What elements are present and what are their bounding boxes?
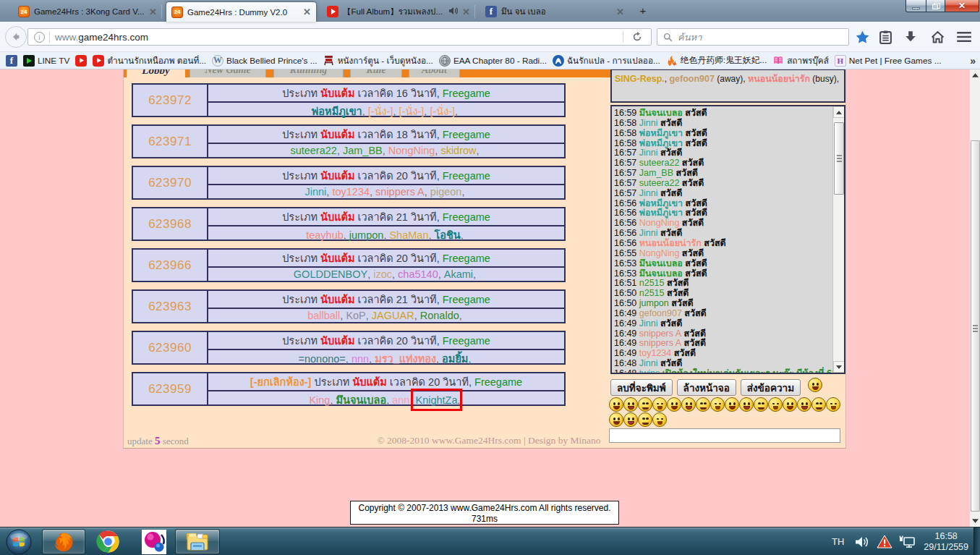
emoticon[interactable] bbox=[623, 397, 638, 412]
bookmarks-menu-button[interactable] bbox=[877, 29, 893, 45]
send-message-button[interactable]: ส่งข้อความ bbox=[741, 379, 801, 396]
downloads-button[interactable] bbox=[903, 29, 919, 45]
bookmark-item-9[interactable]: 绝色丹药师:鬼王妖妃... bbox=[666, 55, 767, 67]
taskbar-chrome-button[interactable] bbox=[93, 529, 123, 554]
site-tab-lobby[interactable]: Lobby bbox=[127, 69, 185, 77]
volume-icon[interactable] bbox=[854, 535, 870, 548]
chat-scroll-up-button[interactable] bbox=[833, 106, 845, 118]
back-button[interactable] bbox=[5, 26, 27, 48]
chat-time: 16:57 bbox=[614, 188, 639, 198]
bookmark-item-5[interactable]: WBlack Bellied Prince's ... bbox=[212, 55, 318, 67]
site-tab-rule[interactable]: Rule bbox=[350, 69, 402, 77]
emoticon[interactable] bbox=[797, 397, 811, 412]
tab-audio-icon[interactable] bbox=[444, 7, 458, 17]
bookmark-item-8[interactable]: ฉันรักแปล - การแปลออ... bbox=[553, 54, 660, 67]
language-indicator[interactable]: TH bbox=[832, 536, 844, 547]
emoticon[interactable] bbox=[696, 397, 710, 412]
url-bar[interactable]: i www.game24hrs.com bbox=[27, 28, 652, 46]
network-icon[interactable] bbox=[899, 535, 916, 548]
taskbar-explorer-button[interactable] bbox=[175, 529, 220, 554]
emoticon[interactable] bbox=[754, 397, 768, 412]
taskbar-media-app-button[interactable] bbox=[139, 529, 169, 554]
taskbar-firefox-button[interactable] bbox=[42, 529, 85, 554]
emoticon[interactable] bbox=[739, 397, 754, 412]
game-room-row[interactable]: 623960ประเภท นับแต้ม เวลาคิด 20 วินาที, … bbox=[132, 331, 566, 365]
emoticon[interactable] bbox=[710, 397, 725, 412]
browser-tab-2[interactable]: 24Game24Hrs : Dummy V2.0✕ bbox=[166, 1, 317, 22]
bookmark-item-11[interactable]: HNet Pet | Free Games ... bbox=[835, 55, 942, 67]
bookmark-item-10[interactable]: สถาพรบุ๊คส์ bbox=[772, 54, 829, 67]
url-text[interactable]: www.game24hrs.com bbox=[55, 32, 148, 43]
chat-scroll-down-button[interactable] bbox=[833, 361, 845, 373]
tab-close-icon[interactable]: ✕ bbox=[616, 7, 624, 17]
page-scroll-up-button[interactable] bbox=[970, 69, 980, 81]
emoticon[interactable] bbox=[652, 397, 667, 412]
new-tab-button[interactable]: + bbox=[634, 4, 652, 18]
game-room-row[interactable]: 623972ประเภท นับแต้ม เวลาคิด 16 วินาที, … bbox=[132, 83, 566, 117]
room-details: ประเภท นับแต้ม เวลาคิด 20 วินาที, Freega… bbox=[208, 250, 564, 281]
home-button[interactable] bbox=[929, 29, 945, 45]
clear-screen-button[interactable]: ล้างหน้าจอ bbox=[677, 379, 736, 396]
chat-scrollbar[interactable] bbox=[832, 106, 844, 373]
page-scrollbar-thumb[interactable] bbox=[971, 140, 980, 512]
game-room-row[interactable]: 623970ประเภท นับแต้ม เวลาคิด 20 วินาที, … bbox=[132, 166, 566, 200]
emoticon[interactable] bbox=[652, 412, 667, 427]
emoticon[interactable] bbox=[609, 397, 623, 412]
emoticon[interactable] bbox=[783, 397, 797, 412]
browser-tab-1[interactable]: 24Game24Hrs : 3Kong Card V...✕ bbox=[13, 1, 162, 22]
tab-close-icon[interactable]: ✕ bbox=[303, 7, 311, 17]
start-button[interactable] bbox=[4, 529, 33, 554]
emoticon[interactable] bbox=[826, 397, 840, 412]
emoticon[interactable] bbox=[811, 397, 826, 412]
bookmark-item-3[interactable] bbox=[75, 55, 87, 67]
bookmark-item-2[interactable]: LINE TV bbox=[23, 55, 69, 67]
browser-tab-3[interactable]: 【Full Album】รวมเพลงป...✕ bbox=[322, 1, 475, 22]
bookmark-item-4[interactable]: ตำนานรักเหนือภพ ตอนที่... bbox=[93, 54, 206, 67]
delete-typed-button[interactable]: ลบที่จะพิมพ์ bbox=[610, 379, 673, 396]
bookmark-item-7[interactable]: EAA Chapter 80 - Radi... bbox=[439, 55, 547, 67]
chat-scrollbar-thumb[interactable] bbox=[834, 122, 844, 195]
game-room-row[interactable]: 623963ประเภท นับแต้ม เวลาคิด 21 วินาที, … bbox=[132, 289, 566, 323]
firefox-icon bbox=[53, 531, 74, 553]
restore-button[interactable] bbox=[926, 0, 945, 12]
emoticon[interactable] bbox=[808, 378, 822, 392]
action-center-warning-icon[interactable] bbox=[877, 535, 892, 548]
minimize-button[interactable] bbox=[906, 0, 926, 12]
bookmarks-overflow-chevron[interactable]: » bbox=[970, 55, 976, 67]
site-tab-about[interactable]: About bbox=[409, 69, 460, 77]
search-box[interactable]: ค้นหา bbox=[657, 28, 849, 46]
reload-icon[interactable] bbox=[632, 32, 642, 42]
chat-time: 16:49 bbox=[614, 308, 639, 318]
game-room-row[interactable]: 623968ประเภท นับแต้ม เวลาคิด 21 วินาที, … bbox=[132, 207, 566, 241]
player-name: ballball bbox=[307, 310, 340, 321]
tab-title: Game24Hrs : Dummy V2.0 bbox=[187, 8, 299, 17]
tab-close-icon[interactable]: ✕ bbox=[462, 7, 470, 17]
emoticon[interactable] bbox=[609, 412, 623, 427]
browser-tab-4[interactable]: fมึน จน เบลอ✕ bbox=[480, 1, 629, 22]
emoticon[interactable] bbox=[725, 397, 739, 412]
emoticon[interactable] bbox=[638, 412, 652, 427]
tab-close-icon[interactable]: ✕ bbox=[149, 7, 157, 17]
emoticon[interactable] bbox=[638, 397, 652, 412]
chat-message: สวัสดี bbox=[681, 338, 706, 348]
bookmark-item-1[interactable]: f bbox=[6, 55, 17, 67]
page-scroll-down-button[interactable] bbox=[970, 515, 980, 527]
emoticon[interactable] bbox=[681, 397, 696, 412]
show-desktop-button[interactable] bbox=[973, 528, 980, 555]
browser-scrollbar[interactable] bbox=[970, 69, 980, 527]
bookmark-item-6[interactable]: หนังการ์ตูน - เว็บดูหนังอ... bbox=[323, 54, 433, 67]
close-button[interactable]: ✕ bbox=[945, 0, 979, 12]
emoticon[interactable] bbox=[667, 397, 681, 412]
chat-username: พ่อหมีภูเขา bbox=[639, 198, 683, 208]
menu-button[interactable] bbox=[956, 29, 972, 45]
game-room-row[interactable]: 623959[-ยกเลิกห้อง-] ประเภท นับแต้ม เวลา… bbox=[132, 372, 566, 406]
game-room-row[interactable]: 623966ประเภท นับแต้ม เวลาคิด 20 วินาที, … bbox=[132, 248, 566, 282]
emoticon[interactable] bbox=[768, 397, 783, 412]
emoticon[interactable] bbox=[623, 412, 638, 427]
game-room-row[interactable]: 623971ประเภท นับแต้ม เวลาคิด 18 วินาที, … bbox=[132, 124, 566, 158]
site-tab-new-game[interactable]: New Game bbox=[189, 69, 266, 77]
bookmark-star-button[interactable] bbox=[854, 29, 870, 45]
site-tab-running[interactable]: Running bbox=[273, 69, 344, 77]
site-info-icon[interactable]: i bbox=[34, 32, 45, 43]
clock[interactable]: 16:58 29/11/2559 bbox=[924, 531, 968, 553]
